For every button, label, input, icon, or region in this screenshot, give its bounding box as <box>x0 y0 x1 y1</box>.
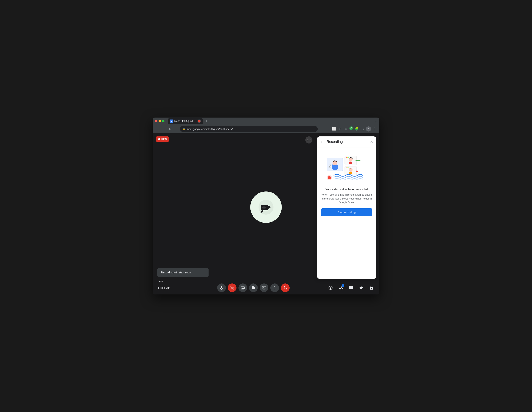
share-button[interactable]: ⬆ <box>338 126 342 131</box>
forward-button[interactable]: → <box>161 127 166 131</box>
svg-point-13 <box>348 157 349 158</box>
tab-favicon: M <box>170 119 173 123</box>
tab-close-button[interactable] <box>198 119 201 123</box>
tab-title: Meet – ftk-rfkg-vdr <box>174 120 193 122</box>
more-chrome-button[interactable]: ⋮ <box>372 126 377 131</box>
safety-lock-icon <box>369 286 374 290</box>
chat-icon <box>349 286 353 290</box>
raise-hand-button[interactable] <box>249 284 258 292</box>
stop-recording-button[interactable]: Stop recording <box>321 208 372 216</box>
people-button[interactable]: 1 <box>337 284 345 292</box>
chat-button[interactable] <box>347 284 355 292</box>
panel-sub-text: When recording has finished, it will be … <box>321 193 372 204</box>
browser-actions: ⬜ ⬆ ☆ G 🧩 ⬚ A ⋮ <box>332 126 377 131</box>
people-badge: 1 <box>342 284 344 287</box>
rec-badge: REC <box>156 137 169 142</box>
svg-marker-35 <box>264 287 265 288</box>
end-call-button[interactable] <box>281 284 290 292</box>
svg-point-11 <box>346 157 347 158</box>
meet-content: REC <box>153 133 379 294</box>
close-icon: ✕ <box>370 140 373 144</box>
panel-title: Recording <box>327 140 368 144</box>
recording-panel: ← Recording ✕ <box>317 137 376 279</box>
url-text: meet.google.com/ftk-rfkg-vdr?authuser=1 <box>187 128 233 130</box>
lock-icon: 🔒 <box>182 128 185 130</box>
minimize-window-button[interactable] <box>159 120 161 122</box>
bottom-bar: ftk-rfkg-vdr <box>153 281 379 294</box>
captions-icon <box>241 286 245 290</box>
refresh-button[interactable]: ↻ <box>168 127 172 131</box>
activities-button[interactable] <box>357 284 365 292</box>
maximize-window-button[interactable] <box>162 120 164 122</box>
split-view-button[interactable]: ⬚ <box>360 126 365 131</box>
window-controls: ⌄ <box>374 119 377 123</box>
three-dots-icon <box>307 139 311 140</box>
svg-point-5 <box>264 207 265 208</box>
collapse-icon[interactable]: ⌄ <box>374 119 377 123</box>
more-options-button[interactable] <box>305 137 313 144</box>
info-icon <box>328 286 333 290</box>
camera-icon <box>258 199 274 215</box>
tab-bar: M Meet – ftk-rfkg-vdr + <box>168 118 373 124</box>
svg-point-12 <box>347 157 348 158</box>
address-bar: ← → ↻ 🔒 meet.google.com/ftk-rfkg-vdr?aut… <box>153 125 379 133</box>
svg-point-15 <box>347 167 348 168</box>
captions-button[interactable] <box>238 284 247 292</box>
close-window-button[interactable] <box>155 120 157 122</box>
more-vertical-icon: ⋮ <box>273 286 276 290</box>
controls-right: 1 <box>327 284 375 292</box>
more-button[interactable]: ⋮ <box>270 284 279 292</box>
present-button[interactable] <box>260 284 268 292</box>
google-account-icon[interactable]: G <box>349 126 353 130</box>
svg-rect-29 <box>241 287 245 289</box>
rec-dot <box>158 138 160 140</box>
active-tab[interactable]: M Meet – ftk-rfkg-vdr <box>168 118 203 124</box>
you-label: You <box>159 280 163 283</box>
back-button[interactable]: ← <box>155 127 160 131</box>
video-off-icon <box>230 286 234 290</box>
svg-text:2: 2 <box>328 164 331 168</box>
present-icon <box>262 286 266 290</box>
panel-close-button[interactable]: ✕ <box>370 140 373 144</box>
recording-illustration: 2 <box>325 152 368 183</box>
hand-icon <box>251 286 256 290</box>
end-call-icon <box>283 286 287 290</box>
svg-point-22 <box>349 168 352 172</box>
panel-header: ← Recording ✕ <box>317 137 376 147</box>
tab-recording-indicator <box>198 120 200 122</box>
svg-point-14 <box>346 167 347 168</box>
info-button[interactable] <box>327 284 334 292</box>
controls-center: ⋮ <box>217 284 290 292</box>
svg-point-16 <box>348 167 349 168</box>
refresh-icon: ↻ <box>169 127 171 131</box>
url-bar[interactable]: 🔒 meet.google.com/ftk-rfkg-vdr?authuser=… <box>180 126 318 132</box>
camera-placeholder <box>250 192 282 223</box>
svg-point-26 <box>328 176 331 179</box>
forward-icon: → <box>162 127 165 131</box>
back-arrow-icon: ← <box>320 139 324 144</box>
svg-rect-21 <box>356 160 361 161</box>
meeting-name: ftk-rfkg-vdr <box>157 286 180 289</box>
svg-rect-20 <box>349 162 352 164</box>
safety-button[interactable] <box>368 284 375 292</box>
panel-main-text: Your video call is being recorded <box>321 188 372 191</box>
bookmark-button[interactable]: ☆ <box>343 126 348 131</box>
rec-label: REC <box>161 137 167 141</box>
mic-button[interactable] <box>217 284 226 292</box>
extensions-button[interactable]: 🧩 <box>354 126 359 131</box>
panel-text-section: Your video call is being recorded When r… <box>321 188 372 204</box>
camera-button[interactable]: ⬜ <box>332 126 336 131</box>
video-toggle-button[interactable] <box>228 284 237 292</box>
traffic-lights <box>155 120 164 122</box>
panel-body: 2 Your video call is being recorded When… <box>317 147 376 221</box>
recording-toast-text: Recording will start soon <box>161 271 191 274</box>
activities-icon <box>359 286 363 290</box>
new-tab-button[interactable]: + <box>204 118 209 124</box>
svg-rect-23 <box>349 172 352 174</box>
browser-window: M Meet – ftk-rfkg-vdr + ⌄ ← → ↻ 🔒 meet.g… <box>153 118 379 294</box>
svg-point-4 <box>262 207 263 208</box>
panel-back-button[interactable]: ← <box>320 139 324 144</box>
back-icon: ← <box>156 127 159 131</box>
svg-point-6 <box>265 207 266 208</box>
profile-button[interactable]: A <box>366 126 371 131</box>
